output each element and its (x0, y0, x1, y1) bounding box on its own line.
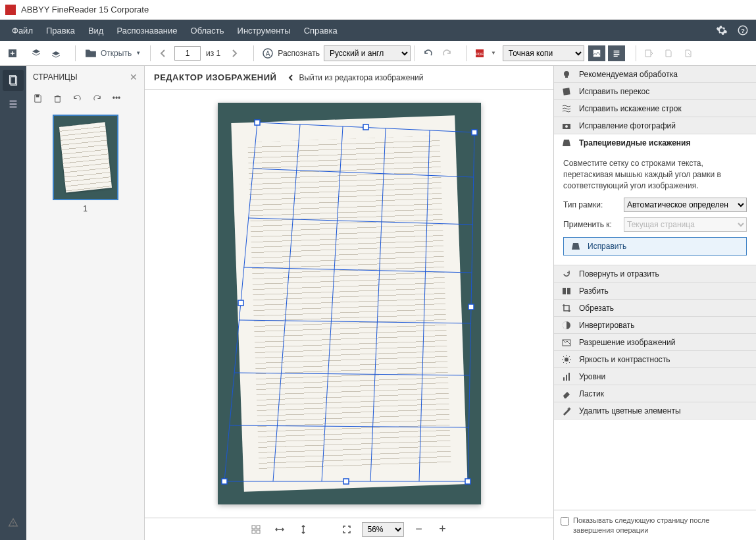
menu-view[interactable]: Вид (82, 20, 111, 41)
activity-pages-icon[interactable] (3, 70, 24, 91)
tool-invert[interactable]: Инвертировать (554, 317, 756, 334)
svg-rect-41 (563, 288, 566, 294)
next-page-icon[interactable] (226, 45, 243, 62)
zoom-in-icon[interactable]: + (434, 521, 451, 538)
tool-photo[interactable]: Исправление фотографий (554, 117, 756, 134)
pdf-icon[interactable]: PDF (471, 45, 488, 62)
svg-point-38 (565, 125, 568, 128)
recognize-label: Распознать (278, 49, 320, 58)
svg-text:?: ? (741, 27, 745, 34)
menu-edit[interactable]: Правка (39, 20, 82, 41)
pages-close-icon[interactable]: ✕ (130, 72, 138, 82)
save-page-icon[interactable] (30, 91, 45, 105)
svg-rect-35 (565, 76, 568, 78)
svg-rect-36 (563, 88, 570, 95)
open-button[interactable]: Открыть ▼ (80, 44, 146, 63)
svg-text:A: A (266, 50, 270, 57)
menu-file[interactable]: Файл (5, 20, 39, 41)
fit-page-icon[interactable] (338, 521, 355, 538)
eraser-icon (561, 388, 572, 400)
tool-trapezoid[interactable]: Трапециевидные искажения (554, 134, 756, 151)
menubar: Файл Правка Вид Распознавание Область Ин… (0, 20, 756, 41)
trapezoid-description: Совместите сетку со строками текста, пер… (563, 158, 747, 191)
image-editor: РЕДАКТОР ИЗОБРАЖЕНИЙ Выйти из редактора … (145, 66, 553, 540)
menu-help[interactable]: Справка (297, 20, 344, 41)
document-background (218, 103, 481, 504)
tool-crop[interactable]: Обрезать (554, 300, 756, 317)
fit-height-icon[interactable] (295, 521, 312, 538)
settings-icon[interactable] (714, 22, 730, 38)
frame-type-label: Тип рамки: (563, 200, 618, 209)
save-mode-select[interactable]: Точная копи (503, 45, 584, 61)
tool-split[interactable]: Разбить (554, 283, 756, 300)
fit-width-icon[interactable] (271, 521, 288, 538)
tool-recommended[interactable]: Рекомендуемая обработка (554, 66, 756, 83)
layer-down-icon[interactable] (47, 45, 64, 62)
fix-button[interactable]: Исправить (563, 237, 747, 256)
svg-marker-39 (563, 140, 570, 146)
frame-type-select[interactable]: Автоматическое определен (624, 198, 747, 212)
svg-rect-47 (566, 375, 567, 381)
tool-resolution[interactable]: Разрешение изображений (554, 334, 756, 351)
delete-page-icon[interactable] (50, 91, 64, 105)
svg-rect-23 (472, 130, 477, 135)
editor-title: РЕДАКТОР ИЗОБРАЖЕНИЙ (154, 72, 276, 82)
help-icon[interactable]: ? (735, 22, 751, 38)
trapezoid-panel: Совместите сетку со строками текста, пер… (554, 151, 756, 265)
tool-rotate[interactable]: Повернуть и отразить (554, 265, 756, 283)
exit-editor-button[interactable]: Выйти из редактора изображений (287, 73, 423, 82)
language-select[interactable]: Русский и англ (324, 45, 411, 61)
view-image-icon[interactable] (588, 45, 605, 61)
resolution-icon (561, 337, 572, 348)
rotate-icon (561, 268, 572, 280)
undo-icon[interactable] (419, 45, 436, 62)
open-label: Открыть (101, 49, 132, 58)
zoom-select[interactable]: 56% (362, 522, 404, 537)
tool-deskew[interactable]: Исправить перекос (554, 83, 756, 100)
crop-icon (561, 302, 572, 314)
svg-rect-42 (567, 288, 570, 294)
lines-icon (561, 103, 572, 115)
svg-rect-33 (257, 530, 260, 533)
send-icon[interactable] (640, 45, 657, 62)
show-next-label: Показывать следующую страницу после заве… (573, 516, 749, 535)
levels-icon (561, 371, 572, 383)
svg-text:PDF: PDF (476, 52, 484, 56)
titlebar: ABBYY FineReader 15 Corporate (0, 0, 756, 20)
activity-bar (0, 66, 26, 540)
menu-recognize[interactable]: Распознавание (110, 20, 184, 41)
page-thumbnail[interactable]: 1 (53, 115, 118, 213)
recognize-button[interactable]: A Распознать (258, 44, 324, 63)
svg-rect-10 (36, 94, 39, 97)
activity-list-icon[interactable] (3, 94, 24, 115)
reload-page-icon[interactable] (70, 91, 84, 105)
tool-lines[interactable]: Исправить искажение строк (554, 100, 756, 117)
zoom-out-icon[interactable]: − (411, 521, 428, 538)
show-next-checkbox[interactable] (561, 517, 569, 526)
invert-icon (561, 319, 572, 331)
svg-rect-32 (252, 530, 255, 533)
rotate-page-icon[interactable] (89, 91, 104, 105)
prev-page-icon[interactable] (155, 45, 172, 62)
redo-icon[interactable] (439, 45, 456, 62)
email-icon[interactable] (680, 45, 697, 62)
thumbnails-icon[interactable] (247, 521, 265, 538)
view-text-icon[interactable] (608, 45, 625, 61)
layer-up-icon[interactable] (28, 45, 45, 62)
tool-levels[interactable]: Уровни (554, 368, 756, 385)
warning-icon[interactable] (3, 512, 24, 533)
page-number-input[interactable] (174, 46, 201, 61)
export-icon[interactable] (660, 45, 677, 62)
thumb-number: 1 (53, 204, 118, 213)
menu-tools[interactable]: Инструменты (231, 20, 297, 41)
editor-statusbar: 56% − + (145, 518, 553, 540)
apply-to-select[interactable]: Текущая страница (624, 217, 747, 232)
svg-rect-25 (222, 479, 227, 484)
menu-area[interactable]: Область (184, 20, 231, 41)
tool-brightness[interactable]: Яркость и контрастность (554, 351, 756, 368)
new-task-icon[interactable] (4, 45, 21, 62)
more-icon[interactable]: ••• (109, 91, 124, 105)
tool-eraser[interactable]: Ластик (554, 385, 756, 402)
tool-color-remove[interactable]: Удалить цветные элементы (554, 402, 756, 419)
editor-canvas[interactable] (145, 90, 553, 518)
